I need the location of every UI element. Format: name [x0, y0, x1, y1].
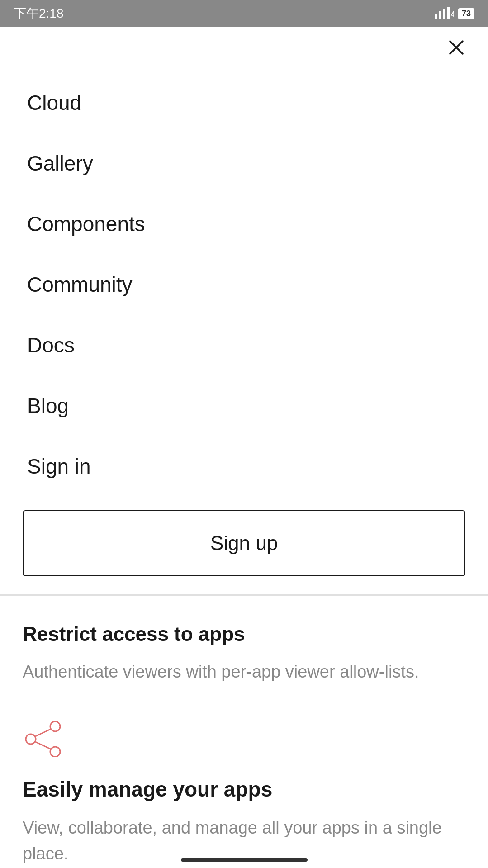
nav-item-signin[interactable]: Sign in	[0, 436, 488, 497]
nav-item-community[interactable]: Community	[0, 254, 488, 315]
svg-rect-3	[447, 7, 450, 19]
share-icon	[23, 721, 63, 757]
manage-title: Easily manage your apps	[23, 777, 465, 802]
svg-rect-1	[439, 11, 441, 19]
restrict-section: Restrict access to apps Authenticate vie…	[0, 596, 488, 868]
close-button[interactable]	[443, 34, 470, 61]
battery-indicator: 73	[458, 8, 474, 19]
bottom-home-indicator	[181, 858, 308, 862]
svg-text:4G: 4G	[451, 10, 454, 18]
nav-item-components[interactable]: Components	[0, 194, 488, 254]
svg-point-9	[50, 747, 60, 757]
status-time: 下午2:18	[14, 5, 64, 22]
nav-item-gallery[interactable]: Gallery	[0, 133, 488, 194]
status-icons: 4G 73	[435, 6, 474, 21]
svg-rect-0	[435, 14, 437, 19]
restrict-description: Authenticate viewers with per-app viewer…	[23, 659, 465, 685]
status-bar: 下午2:18 4G 73	[0, 0, 488, 27]
nav-menu: Cloud Gallery Components Community Docs …	[0, 27, 488, 576]
restrict-title: Restrict access to apps	[23, 623, 465, 645]
svg-point-8	[26, 734, 36, 744]
svg-point-7	[50, 721, 60, 731]
nav-item-docs[interactable]: Docs	[0, 315, 488, 375]
svg-line-11	[35, 742, 51, 749]
nav-item-cloud[interactable]: Cloud	[0, 72, 488, 133]
close-icon	[448, 39, 464, 56]
nav-item-blog[interactable]: Blog	[0, 375, 488, 436]
share-icon-container	[23, 721, 465, 759]
signal-icon: 4G	[435, 6, 454, 21]
svg-line-10	[35, 729, 51, 736]
svg-rect-2	[443, 9, 445, 19]
signup-button[interactable]: Sign up	[23, 510, 465, 576]
